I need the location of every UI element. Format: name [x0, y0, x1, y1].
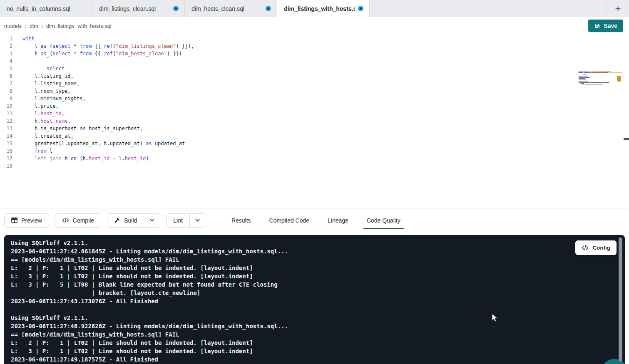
line-number: 12 — [0, 117, 18, 125]
terminal-line: 2023-06-06T11:27:49.187575Z - All Finish… — [11, 355, 625, 364]
tab-code-quality[interactable]: Code Quality — [365, 208, 402, 233]
code-line[interactable]: 16 from l — [0, 147, 629, 155]
code-line[interactable]: 12 h.host_name, — [0, 117, 629, 125]
terminal-line — [11, 305, 625, 314]
file-tab-label: dim_listings_clean.sql — [99, 5, 170, 12]
chevron-right-icon: › — [25, 23, 27, 29]
code-line[interactable]: 15 greatest(l.updated_at, h.updated_at) … — [0, 140, 629, 147]
file-tab[interactable]: dim_listings_with_hosts.sql — [277, 0, 370, 17]
new-tab-button[interactable]: + — [607, 0, 629, 17]
terminal-line: L: 2 | P: 1 | LT02 | Line should not be … — [11, 339, 625, 347]
file-tab[interactable]: no_nulls_in_columns.sql — [0, 0, 92, 17]
code-line[interactable]: 18 — [0, 162, 629, 170]
tab-bar: no_nulls_in_columns.sqldim_listings_clea… — [0, 0, 629, 17]
lint-button[interactable]: Lint — [167, 214, 189, 227]
code-line-text[interactable]: select — [22, 65, 577, 72]
code-icon — [62, 218, 69, 223]
lint-dropdown-button[interactable] — [189, 214, 206, 227]
result-tabs: ResultsCompiled CodeLineageCode Quality — [230, 208, 402, 233]
chevron-down-icon — [149, 218, 155, 223]
code-line[interactable]: 5 select — [0, 65, 629, 72]
editor-minimap[interactable] — [579, 71, 621, 86]
compile-button-label: Compile — [73, 217, 94, 224]
code-line[interactable]: 14 l.created_at, — [0, 132, 629, 140]
line-number: 7 — [0, 80, 18, 87]
tab-compiled-code[interactable]: Compiled Code — [268, 208, 311, 233]
terminal-line: 2023-06-06T11:27:43.173076Z - All Finish… — [11, 297, 625, 305]
line-number: 14 — [0, 132, 18, 140]
line-number: 18 — [0, 162, 18, 170]
code-line[interactable]: 10 l.price, — [0, 102, 629, 110]
code-line[interactable]: 8 l.room_type, — [0, 87, 629, 95]
code-line-text[interactable]: l.listing_id, — [22, 72, 577, 80]
lint-button-group: Lint — [166, 213, 206, 228]
file-tab[interactable]: dim_hosts_clean.sql — [185, 0, 277, 17]
terminal-line: L: 3 | P: 5 | LT08 | Blank line expected… — [11, 280, 625, 289]
code-line-text[interactable]: from l — [22, 147, 577, 155]
code-line[interactable]: 4 — [0, 57, 629, 65]
code-icon — [582, 245, 589, 250]
code-line[interactable]: 17 left join h on (h.host_id = l.host_id… — [0, 155, 629, 162]
terminal-line: == [models/dim/dim_listings_with_hosts.s… — [11, 255, 625, 264]
code-line[interactable]: 3 h as (select * from {{ ref("dim_hosts_… — [0, 50, 629, 57]
code-line-text[interactable]: h as (select * from {{ ref("dim_hosts_cl… — [22, 50, 577, 57]
code-line-text[interactable] — [22, 162, 577, 170]
line-number: 13 — [0, 125, 18, 132]
code-line-text[interactable]: l.room_type, — [22, 87, 577, 95]
tab-lineage[interactable]: Lineage — [326, 208, 350, 233]
line-number: 8 — [0, 87, 18, 95]
code-line[interactable]: 7 l.listing_name, — [0, 80, 629, 87]
code-line[interactable]: 6 l.listing_id, — [0, 72, 629, 80]
code-line[interactable]: 11 l.host_id, — [0, 110, 629, 117]
code-line-text[interactable]: h.is_superhost as host_is_superhost, — [22, 125, 577, 132]
code-line-text[interactable]: l.minimum_nights, — [22, 95, 577, 102]
breadcrumb-item[interactable]: dim — [30, 23, 38, 29]
preview-button[interactable]: Preview — [4, 213, 49, 228]
save-button[interactable]: Save — [588, 20, 623, 32]
breadcrumb-item[interactable]: models — [4, 23, 22, 29]
terminal-line: L: 3 | P: 1 | LT02 | Line should not be … — [11, 347, 625, 355]
line-number: 16 — [0, 147, 18, 155]
line-number: 2 — [0, 42, 18, 50]
build-dropdown-button[interactable] — [144, 214, 160, 227]
code-line-text[interactable]: h.host_name, — [22, 117, 577, 125]
tab-results[interactable]: Results — [230, 208, 252, 233]
code-line-text[interactable]: left join h on (h.host_id = l.host_id) — [22, 155, 577, 162]
breadcrumb-item[interactable]: dim_listings_with_hosts.sql — [46, 23, 112, 29]
terminal-line: L: 2 | P: 1 | LT02 | Line should not be … — [11, 264, 625, 272]
code-line-text[interactable]: l.price, — [22, 102, 577, 110]
code-line-text[interactable]: l.host_id, — [22, 110, 577, 117]
code-line-text[interactable]: l.created_at, — [22, 132, 577, 140]
code-line-text[interactable]: l as (select * from {{ ref("dim_listings… — [22, 42, 577, 50]
code-editor[interactable]: 1with2 l as (select * from {{ ref("dim_l… — [0, 35, 629, 208]
overview-ruler-cursor-marker — [624, 138, 629, 140]
terminal-scrollbar[interactable] — [619, 238, 622, 362]
file-tab[interactable]: dim_listings_clean.sql — [92, 0, 185, 17]
terminal-line: L: 3 | P: 1 | LT02 | Line should not be … — [11, 272, 625, 280]
code-line-text[interactable]: greatest(l.updated_at, h.updated_at) as … — [22, 140, 577, 147]
file-tab-label: dim_hosts_clean.sql — [191, 5, 262, 12]
code-line[interactable]: 13 h.is_superhost as host_is_superhost, — [0, 125, 629, 132]
code-line-text[interactable]: l.listing_name, — [22, 80, 577, 87]
line-number: 17 — [0, 155, 18, 162]
compile-button[interactable]: Compile — [55, 213, 101, 228]
terminal-line: Using SQLFluff v2.1.1. — [11, 314, 625, 322]
build-button-group: Build — [107, 213, 160, 228]
terminal-line: == [models/dim/dim_listings_with_hosts.s… — [11, 330, 625, 339]
hammer-icon — [114, 217, 120, 223]
toolbar-buttons: PreviewCompileBuildLint — [4, 213, 212, 228]
code-line-text[interactable]: with — [22, 35, 577, 42]
build-button[interactable]: Build — [107, 214, 144, 227]
code-line[interactable]: 2 l as (select * from {{ ref("dim_listin… — [0, 42, 629, 50]
code-line[interactable]: 9 l.minimum_nights, — [0, 95, 629, 102]
action-toolbar: PreviewCompileBuildLint ResultsCompiled … — [0, 208, 629, 232]
unsaved-changes-icon — [173, 6, 179, 11]
code-line-text[interactable] — [22, 57, 577, 65]
minimap-line — [579, 85, 621, 85]
code-line[interactable]: 1with — [0, 35, 629, 42]
table-icon — [11, 217, 17, 223]
file-tab-label: dim_listings_with_hosts.sql — [284, 5, 355, 12]
config-button[interactable]: Config — [575, 240, 617, 255]
code-lines: 1with2 l as (select * from {{ ref("dim_l… — [0, 35, 629, 170]
file-tab-label: no_nulls_in_columns.sql — [7, 5, 86, 12]
